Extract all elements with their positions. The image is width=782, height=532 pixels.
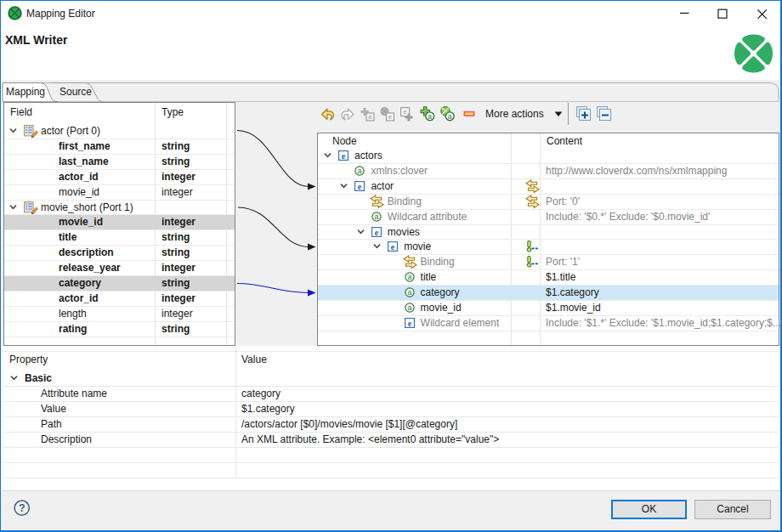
svg-text:a: a xyxy=(407,273,411,281)
svg-text:e: e xyxy=(375,227,379,236)
svg-text:a: a xyxy=(374,212,378,221)
svg-text:e: e xyxy=(342,151,346,161)
svg-text:a: a xyxy=(448,112,452,121)
svg-text:a: a xyxy=(407,303,411,312)
svg-text:e: e xyxy=(358,181,362,190)
svg-text:e: e xyxy=(391,242,395,252)
svg-text:e: e xyxy=(368,113,372,121)
svg-text:a: a xyxy=(407,288,411,297)
svg-text:e: e xyxy=(403,108,407,116)
svg-text:a: a xyxy=(358,167,362,175)
svg-text:a: a xyxy=(428,112,432,121)
svg-text:e: e xyxy=(388,113,393,121)
svg-text:e: e xyxy=(407,318,411,327)
svg-text:?: ? xyxy=(19,502,26,514)
